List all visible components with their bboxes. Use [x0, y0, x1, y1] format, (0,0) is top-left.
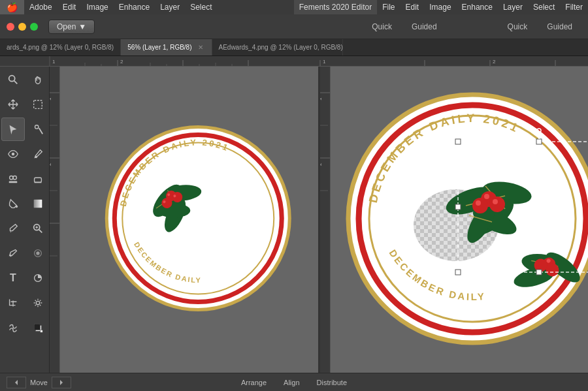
toolbar: Open ▼ Quick Guided Quick Guided: [0, 14, 588, 39]
svg-point-35: [16, 206, 18, 208]
stamp-tool[interactable]: [1, 167, 25, 191]
menubar-right: Fements 2020 Editor File Edit Image Enha…: [294, 0, 588, 14]
canvas-area: 1 2: [50, 67, 588, 373]
layer-menu[interactable]: Layer: [155, 0, 185, 14]
svg-point-19: [9, 76, 15, 82]
svg-text:1: 1: [323, 59, 326, 65]
bottom-bar: Move Arrange Align Distribute: [0, 373, 588, 391]
guided-mode-left[interactable]: Guided: [402, 20, 446, 34]
svg-text:2: 2: [50, 163, 52, 166]
select-menu-right[interactable]: Select: [528, 0, 560, 14]
tab-1[interactable]: ards_4.png @ 12% (Layer 0, RGB/8): [0, 39, 121, 55]
eraser-tool[interactable]: [26, 167, 50, 191]
hand-tool[interactable]: [26, 68, 50, 91]
open-button[interactable]: Open ▼: [48, 20, 95, 34]
maximize-button[interactable]: [30, 23, 38, 31]
scroll-left[interactable]: [7, 377, 26, 388]
type-tool[interactable]: T: [1, 266, 25, 290]
eye-tool[interactable]: [1, 142, 25, 166]
left-canvas-panel: DECEMBER DAILY 2021 DECEMBER DAILY: [60, 67, 318, 373]
left-toolbar: T: [0, 67, 50, 373]
svg-point-43: [36, 301, 39, 304]
quick-mode-right[interactable]: Quick: [498, 20, 537, 34]
adobe-menu[interactable]: Adobe: [24, 0, 57, 14]
svg-point-30: [10, 176, 13, 180]
distribute-label: Distribute: [317, 379, 347, 386]
enhance-menu-right[interactable]: Enhance: [457, 0, 498, 14]
svg-point-23: [35, 125, 39, 129]
svg-rect-47: [41, 330, 43, 333]
select-tool[interactable]: [26, 93, 50, 116]
filter-menu[interactable]: Filter: [560, 0, 588, 14]
quick-mode-left[interactable]: Quick: [363, 20, 401, 34]
svg-rect-21: [34, 101, 42, 109]
arrange-label: Arrange: [241, 379, 267, 386]
svg-point-100: [489, 196, 505, 212]
paint-bucket-tool[interactable]: [1, 192, 25, 215]
open-dropdown-icon: ▼: [78, 22, 86, 31]
mode-group-right: Quick Guided: [498, 20, 581, 34]
tabs-row: ards_4.png @ 12% (Layer 0, RGB/8) 56% (L…: [0, 39, 588, 56]
zoom-tool[interactable]: [1, 68, 25, 91]
svg-marker-124: [15, 380, 18, 385]
right-canvas-panel: DECEMBER DAILY 2021 DECEMBER DAILY: [331, 67, 589, 373]
svg-text:2: 2: [493, 59, 496, 65]
image-menu-right[interactable]: Image: [424, 0, 456, 14]
crop-tool[interactable]: [1, 291, 25, 315]
svg-rect-32: [9, 181, 18, 183]
magnify-tool[interactable]: [26, 217, 50, 240]
menubar-left: 🍎 Adobe Edit Image Enhance Layer Select: [0, 0, 218, 14]
gradient-tool[interactable]: [26, 192, 50, 215]
horizontal-ruler: 1 2 1 2: [0, 56, 588, 67]
svg-point-31: [13, 176, 16, 180]
enhance-menu[interactable]: Enhance: [114, 0, 155, 14]
svg-rect-33: [35, 178, 42, 182]
brush-tool[interactable]: [26, 142, 50, 166]
svg-point-101: [484, 194, 489, 199]
svg-line-38: [39, 230, 42, 233]
file-menu[interactable]: File: [377, 0, 400, 14]
svg-text:1: 1: [50, 97, 52, 101]
minimize-button[interactable]: [18, 23, 26, 31]
vertical-ruler-right: 1 2: [320, 67, 331, 373]
svg-text:2: 2: [120, 59, 123, 65]
move-tool[interactable]: [1, 93, 25, 116]
mode-group-left: Quick Guided: [363, 20, 446, 34]
svg-rect-46: [35, 324, 41, 330]
scroll-right[interactable]: [52, 377, 71, 388]
svg-text:1: 1: [320, 97, 323, 101]
main-area: T 1: [0, 67, 588, 373]
tab-2[interactable]: 56% (Layer 1, RGB/8) ✕: [121, 39, 212, 55]
edit-menu-right[interactable]: Edit: [400, 0, 425, 14]
image-menu[interactable]: Image: [81, 0, 113, 14]
tab-close-icon[interactable]: ✕: [196, 43, 205, 52]
tab-3[interactable]: AEdwards_4.png @ 12% (Layer 0, RGB/8): [212, 39, 343, 55]
pencil-tool[interactable]: [1, 242, 25, 265]
svg-point-28: [12, 153, 15, 156]
apple-menu[interactable]: 🍎: [0, 0, 24, 14]
svg-point-29: [35, 156, 38, 159]
svg-line-20: [14, 81, 18, 84]
magic-wand-tool[interactable]: [26, 117, 50, 141]
bottom-center: Arrange Align Distribute: [198, 379, 389, 386]
svg-rect-36: [34, 200, 42, 208]
edit-menu[interactable]: Edit: [57, 0, 82, 14]
dropper-tool[interactable]: [1, 217, 25, 240]
settings-tool[interactable]: [26, 291, 50, 315]
blur-tool[interactable]: [26, 242, 50, 265]
layer-menu-right[interactable]: Layer: [498, 0, 528, 14]
menubar: 🍎 Adobe Edit Image Enhance Layer Select: [0, 0, 588, 14]
svg-point-102: [476, 200, 481, 206]
guided-mode-right[interactable]: Guided: [538, 20, 581, 34]
dodge-burn-tool[interactable]: [26, 266, 50, 290]
color-box-tool[interactable]: [26, 316, 50, 339]
select-menu-left[interactable]: Select: [185, 0, 217, 14]
close-button[interactable]: [7, 23, 14, 31]
liquify-tool[interactable]: [1, 316, 25, 339]
svg-point-99: [472, 198, 488, 213]
traffic-lights: [7, 23, 38, 31]
stamp-left: DECEMBER DAILY 2021 DECEMBER DAILY: [103, 122, 295, 315]
align-label: Align: [284, 379, 299, 386]
arrow-tool[interactable]: [1, 117, 25, 141]
bottom-left: Move: [7, 377, 198, 388]
